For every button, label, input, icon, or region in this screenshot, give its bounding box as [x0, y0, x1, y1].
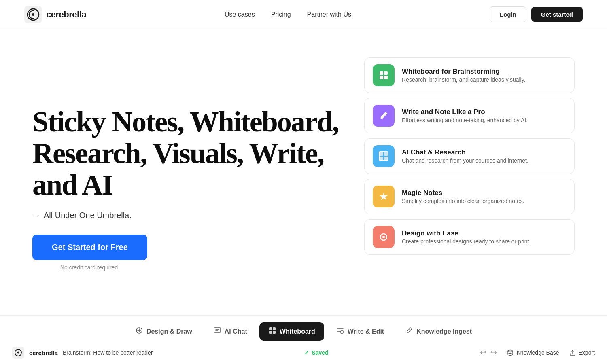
- cta-button[interactable]: Get Started for Free: [32, 235, 147, 260]
- svg-rect-10: [384, 157, 388, 161]
- knowledge-base-icon: [507, 349, 514, 356]
- feature-icon-bg-magic-notes: [373, 186, 395, 207]
- hero-left: Sticky Notes, Whiteboard, Research, Visu…: [32, 53, 348, 315]
- svg-rect-7: [379, 152, 383, 156]
- main-content: Sticky Notes, Whiteboard, Research, Visu…: [0, 29, 607, 315]
- knowledge-base-action[interactable]: Knowledge Base: [507, 349, 559, 356]
- undo-redo-group: ↩ ↪: [480, 348, 497, 357]
- nav-links: Use cases Pricing Partner with Us: [225, 11, 351, 18]
- arrow-icon: →: [32, 211, 40, 220]
- svg-rect-15: [269, 327, 272, 330]
- tab-write-edit[interactable]: Write & Edit: [327, 322, 393, 341]
- feature-desc-whiteboard: Research, brainstorm, and capture ideas …: [402, 76, 526, 83]
- knowledge-base-label: Knowledge Base: [516, 349, 559, 356]
- saved-check-icon: ✓: [304, 349, 309, 356]
- nav-use-cases[interactable]: Use cases: [225, 11, 255, 18]
- svg-rect-16: [273, 327, 276, 330]
- svg-point-12: [382, 236, 385, 238]
- svg-rect-9: [379, 157, 383, 161]
- tab-knowledge-ingest-label: Knowledge Ingest: [416, 328, 472, 335]
- tab-write-edit-label: Write & Edit: [348, 328, 384, 335]
- tab-whiteboard[interactable]: Whiteboard: [259, 322, 324, 341]
- write-icon: [378, 110, 389, 121]
- svg-rect-14: [214, 328, 221, 332]
- feature-card-design: Design with Ease Create professional des…: [364, 219, 575, 255]
- knowledge-ingest-tab-icon: [405, 326, 413, 336]
- feature-icon-bg-ai-chat: [373, 145, 395, 167]
- app-bar-doc-title: Brainstorm: How to be better reader: [63, 349, 153, 356]
- svg-rect-8: [384, 152, 388, 156]
- navbar: cerebrella Use cases Pricing Partner wit…: [0, 0, 607, 29]
- login-button[interactable]: Login: [490, 6, 526, 22]
- logo-icon: [24, 6, 42, 23]
- no-credit-text: No credit card required: [32, 264, 146, 271]
- svg-rect-3: [384, 71, 388, 75]
- feature-text-magic-notes: Magic Notes Simplify complex info into c…: [402, 189, 524, 204]
- svg-point-22: [17, 352, 19, 354]
- app-bar-right: ↩ ↪ Knowledge Base Export: [480, 348, 595, 357]
- feature-title-magic-notes: Magic Notes: [402, 189, 524, 197]
- feature-text-ai-chat: AI Chat & Research Chat and research fro…: [402, 148, 528, 164]
- tab-whiteboard-label: Whiteboard: [280, 328, 315, 335]
- get-started-nav-button[interactable]: Get started: [531, 7, 583, 22]
- app-bar-left: cerebrella Brainstorm: How to be better …: [12, 347, 153, 359]
- nav-pricing[interactable]: Pricing: [271, 11, 291, 18]
- svg-point-1: [32, 13, 34, 16]
- feature-card-ai-chat: AI Chat & Research Chat and research fro…: [364, 138, 575, 174]
- magic-notes-icon: [378, 191, 389, 202]
- undo-button[interactable]: ↩: [480, 348, 486, 357]
- app-bar-center: ✓ Saved: [304, 349, 328, 356]
- feature-title-design: Design with Ease: [402, 229, 531, 237]
- design-icon: [378, 231, 389, 243]
- tab-design-draw[interactable]: Design & Draw: [126, 322, 201, 341]
- tab-design-draw-label: Design & Draw: [146, 328, 192, 335]
- redo-button[interactable]: ↪: [491, 348, 497, 357]
- tab-bar: Design & Draw AI Chat Whiteboard: [0, 316, 607, 344]
- app-bar-logo-text: cerebrella: [29, 349, 58, 356]
- app-bar-logo-icon: [12, 347, 24, 359]
- feature-title-whiteboard: Whiteboard for Brainstorming: [402, 68, 526, 76]
- nav-actions: Login Get started: [490, 6, 583, 22]
- whiteboard-tab-icon: [268, 326, 276, 336]
- export-label: Export: [579, 349, 595, 356]
- feature-card-whiteboard: Whiteboard for Brainstorming Research, b…: [364, 57, 575, 93]
- tab-knowledge-ingest[interactable]: Knowledge Ingest: [396, 322, 481, 341]
- svg-rect-4: [380, 76, 383, 79]
- feature-card-write: Write and Note Like a Pro Effortless wri…: [364, 98, 575, 133]
- tab-ai-chat-label: AI Chat: [225, 328, 247, 335]
- svg-rect-2: [380, 71, 383, 75]
- app-bar: cerebrella Brainstorm: How to be better …: [0, 344, 607, 361]
- svg-rect-18: [273, 331, 276, 334]
- svg-rect-5: [384, 76, 388, 79]
- tab-ai-chat[interactable]: AI Chat: [204, 322, 256, 341]
- feature-card-magic-notes: Magic Notes Simplify complex info into c…: [364, 179, 575, 214]
- feature-icon-bg-write: [373, 105, 395, 127]
- bottom-bar: Design & Draw AI Chat Whiteboard: [0, 315, 607, 364]
- hero-right: Whiteboard for Brainstorming Research, b…: [364, 53, 575, 315]
- hero-subtitle-text: All Under One Umbrella.: [44, 211, 132, 220]
- export-icon: [569, 349, 576, 356]
- svg-point-23: [508, 350, 513, 352]
- feature-text-whiteboard: Whiteboard for Brainstorming Research, b…: [402, 68, 526, 83]
- ai-chat-icon: [378, 150, 389, 162]
- ai-chat-tab-icon: [213, 326, 221, 336]
- saved-label: Saved: [312, 349, 328, 356]
- write-edit-tab-icon: [336, 326, 344, 336]
- feature-text-design: Design with Ease Create professional des…: [402, 229, 531, 245]
- feature-icon-bg-design: [373, 226, 395, 248]
- feature-desc-ai-chat: Chat and research from your sources and …: [402, 157, 528, 164]
- whiteboard-icon: [378, 70, 389, 81]
- svg-rect-19: [341, 331, 343, 333]
- logo[interactable]: cerebrella: [24, 6, 86, 23]
- feature-desc-design: Create professional designs ready to sha…: [402, 238, 531, 245]
- feature-desc-magic-notes: Simplify complex info into clear, organi…: [402, 198, 524, 204]
- feature-icon-bg-whiteboard: [373, 64, 395, 86]
- feature-desc-write: Effortless writing and note-taking, enha…: [402, 117, 528, 123]
- hero-subtitle: → All Under One Umbrella.: [32, 211, 348, 220]
- hero-title: Sticky Notes, Whiteboard, Research, Visu…: [32, 106, 348, 201]
- design-draw-icon: [135, 326, 143, 336]
- export-action[interactable]: Export: [569, 349, 595, 356]
- logo-text: cerebrella: [46, 9, 86, 20]
- svg-rect-17: [269, 331, 272, 334]
- nav-partner[interactable]: Partner with Us: [307, 11, 351, 18]
